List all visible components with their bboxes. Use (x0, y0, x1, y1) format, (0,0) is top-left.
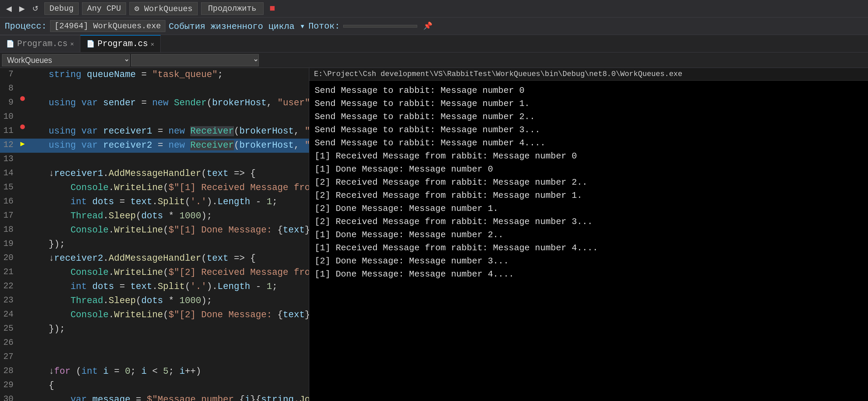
code-line-22: 22 int dots = text.Split('.').Length - 1… (0, 280, 309, 294)
code-line-28: 28 ↓for (int i = 0; i < 5; i++) (0, 365, 309, 379)
code-line-8: 8 (0, 82, 309, 96)
workqueues-button[interactable]: ⚙ WorkQueues (129, 2, 198, 15)
tabs-row: 📄 Program.cs ✕ 📄 Program.cs ✕ (0, 35, 868, 53)
nav-back-button[interactable]: ◀ (3, 3, 14, 15)
nav-refresh-button[interactable]: ↺ (30, 3, 41, 15)
code-line-13: 13 (0, 153, 309, 167)
code-line-26: 26 (0, 336, 309, 350)
thread-label: Поток: (308, 21, 340, 31)
code-line-11: 11 using var receiver1 = new Receiver(br… (0, 124, 309, 139)
nav-controls: ◀ ▶ ↺ (3, 3, 41, 15)
code-line-25: 25 }); (0, 322, 309, 336)
stop-button[interactable]: ■ (267, 2, 278, 15)
code-line-7: 7 string queueName = "task_queue"; (0, 68, 309, 82)
console-line-6: [1] Received Message from rabbit: Messag… (315, 150, 863, 163)
tab-program-cs-2[interactable]: 📄 Program.cs ✕ (80, 35, 161, 52)
console-line-14: [2] Done Message: Message number 3... (315, 255, 863, 268)
console-line-13: [1] Received Message from rabbit: Messag… (315, 241, 863, 255)
console-line-3: Send Message to rabbit: Message number 2… (315, 110, 863, 123)
console-line-11: [2] Received Message from rabbit: Messag… (315, 215, 863, 228)
tab-icon-2: 📄 (86, 40, 95, 48)
process-select[interactable]: [24964] WorkQueues.exe (50, 20, 165, 32)
console-panel: E:\Project\Csh development\VS\RabbitTest… (309, 68, 868, 401)
tab-close-2[interactable]: ✕ (151, 40, 154, 48)
tab-label-2: Program.cs (97, 39, 148, 49)
scope-dropdown[interactable]: WorkQueues (2, 54, 130, 66)
pin-button[interactable]: 📌 (423, 22, 432, 31)
top-bar: ◀ ▶ ↺ Debug Any CPU ⚙ WorkQueues Продолж… (0, 0, 868, 18)
tab-label-1: Program.cs (17, 39, 68, 49)
code-line-21: 21 Console.WriteLine($"[2] Received Mess… (0, 266, 309, 280)
member-dropdown[interactable] (131, 54, 259, 66)
console-line-4: Send Message to rabbit: Message number 3… (315, 123, 863, 137)
dropdown-row: WorkQueues (0, 53, 868, 68)
code-editor[interactable]: 7 string queueName = "task_queue"; 8 9 u… (0, 68, 309, 401)
console-line-2: Send Message to rabbit: Message number 1… (315, 97, 863, 110)
console-line-8: [2] Received Message from rabbit: Messag… (315, 176, 863, 189)
main-layout: 7 string queueName = "task_queue"; 8 9 u… (0, 68, 868, 401)
tab-program-cs-1[interactable]: 📄 Program.cs ✕ (0, 35, 80, 52)
console-line-15: [1] Done Message: Message number 4.... (315, 268, 863, 281)
tab-icon-1: 📄 (6, 40, 14, 48)
console-line-10: [2] Done Message: Message number 1. (315, 202, 863, 215)
code-line-29: 29 { (0, 379, 309, 393)
thread-input[interactable] (343, 25, 417, 28)
debug-label: Debug (44, 2, 79, 15)
code-line-17: 17 Thread.Sleep(dots * 1000); (0, 209, 309, 223)
breakpoint-11 (20, 124, 25, 129)
process-label: Процесс: (5, 21, 47, 31)
code-line-14: 14 ↓receiver1.AddMessageHandler(text => … (0, 167, 309, 181)
cpu-select[interactable]: Any CPU (82, 2, 126, 15)
code-line-10: 10 (0, 110, 309, 124)
code-line-27: 27 (0, 350, 309, 365)
breakpoint-9 (20, 96, 25, 101)
code-line-20: 20 ↓receiver2.AddMessageHandler(text => … (0, 252, 309, 266)
console-line-7: [1] Done Message: Message number 0 (315, 163, 863, 176)
process-bar: Процесс: [24964] WorkQueues.exe События … (0, 18, 868, 35)
current-line-arrow: ▶ (20, 139, 25, 150)
code-line-9: 9 using var sender = new Sender(brokerHo… (0, 96, 309, 110)
console-line-1: Send Message to rabbit: Message number 0 (315, 84, 863, 97)
code-line-30: 30 var message = $"Message number {i}{st… (0, 393, 309, 401)
code-line-19: 19 }); (0, 237, 309, 252)
console-title: E:\Project\Csh development\VS\RabbitTest… (309, 68, 868, 81)
code-line-23: 23 Thread.Sleep(dots * 1000); (0, 294, 309, 308)
code-line-15: 15 Console.WriteLine($"[1] Received Mess… (0, 181, 309, 195)
code-line-12: 12 ▶ using var receiver2 = new Receiver(… (0, 139, 309, 153)
continue-button[interactable]: Продолжить (201, 2, 264, 15)
console-line-12: [1] Done Message: Message number 2.. (315, 228, 863, 241)
code-line-16: 16 int dots = text.Split('.').Length - 1… (0, 195, 309, 209)
tab-close-1[interactable]: ✕ (70, 40, 74, 48)
code-line-18: 18 Console.WriteLine($"[1] Done Message:… (0, 223, 309, 237)
console-line-5: Send Message to rabbit: Message number 4… (315, 137, 863, 150)
events-label[interactable]: События жизненного цикла ▾ (169, 21, 305, 32)
console-output: Send Message to rabbit: Message number 0… (309, 81, 868, 401)
nav-forward-button[interactable]: ▶ (17, 3, 28, 15)
code-line-24: 24 Console.WriteLine($"[2] Done Message:… (0, 308, 309, 322)
console-line-9: [2] Received Message from rabbit: Messag… (315, 189, 863, 202)
